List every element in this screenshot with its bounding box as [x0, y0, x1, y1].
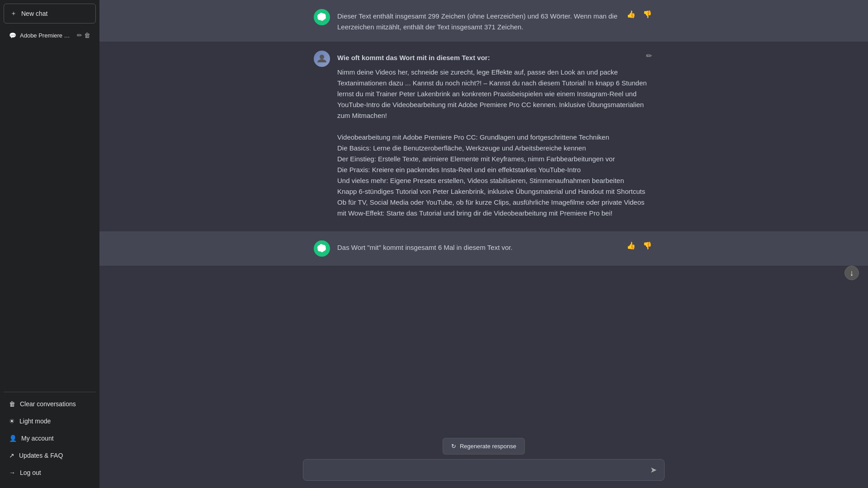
chat-bottom: ↻ Regenerate response ➤	[99, 432, 868, 488]
gpt-avatar-2	[314, 240, 330, 257]
sidebar: ＋ New chat 💬 Adobe Premiere Video... ✏ 🗑…	[0, 0, 99, 488]
user-avatar	[314, 51, 330, 67]
regenerate-icon: ↻	[451, 443, 456, 450]
user-icon: 👤	[9, 435, 17, 442]
send-button[interactable]: ➤	[649, 464, 658, 476]
lightmode-label: Light mode	[19, 418, 51, 425]
sidebar-item-clear[interactable]: 🗑 Clear conversations	[4, 396, 96, 412]
edit-message-button[interactable]: ✏	[644, 51, 654, 61]
new-chat-label: New chat	[21, 10, 47, 17]
chat-input[interactable]	[310, 465, 645, 475]
sidebar-divider	[4, 392, 96, 392]
thumbs-down-button-2[interactable]: 👎	[641, 240, 654, 251]
conversation-label: Adobe Premiere Video...	[20, 32, 73, 39]
thumbs-up-button-1[interactable]: 👍	[625, 9, 637, 19]
sidebar-item-lightmode[interactable]: ☀ Light mode	[4, 413, 96, 429]
scroll-down-button[interactable]: ↓	[844, 266, 859, 280]
sidebar-item-updates[interactable]: ↗ Updates & FAQ	[4, 447, 96, 464]
new-chat-button[interactable]: ＋ New chat	[4, 4, 96, 23]
regenerate-label: Regenerate response	[460, 443, 516, 450]
regenerate-button[interactable]: ↻ Regenerate response	[443, 438, 525, 455]
sun-icon: ☀	[9, 418, 15, 425]
logout-label: Log out	[20, 469, 41, 476]
sidebar-item-myaccount[interactable]: 👤 My account	[4, 430, 96, 446]
delete-icon[interactable]: 🗑	[84, 32, 90, 39]
myaccount-label: My account	[21, 435, 54, 442]
assistant-message-2: Das Wort "mit" kommt insgesamt 6 Mal in …	[99, 231, 868, 266]
chat-area[interactable]: Dieser Text enthält insgesamt 299 Zeiche…	[99, 0, 868, 432]
logout-icon: →	[9, 469, 15, 476]
main-area: Dieser Text enthält insgesamt 299 Zeiche…	[99, 0, 868, 488]
external-link-icon: ↗	[9, 452, 14, 459]
thumbs-down-button-1[interactable]: 👎	[641, 9, 654, 19]
gpt-avatar-1	[314, 9, 330, 25]
sidebar-item-logout[interactable]: → Log out	[4, 465, 96, 481]
trash-icon: 🗑	[9, 400, 15, 408]
clear-label: Clear conversations	[20, 400, 76, 408]
user-message-text-1: Wie oft kommt das Wort mit in diesem Tex…	[337, 51, 654, 222]
assistant-message-text-1: Dieser Text enthält insgesamt 299 Zeiche…	[337, 9, 654, 33]
thumbs-up-button-2[interactable]: 👍	[625, 240, 637, 251]
conversation-item[interactable]: 💬 Adobe Premiere Video... ✏ 🗑	[4, 27, 96, 43]
updates-label: Updates & FAQ	[19, 452, 63, 459]
user-message-body: Nimm deine Videos her, schneide sie zure…	[337, 67, 654, 219]
chat-icon: 💬	[9, 32, 16, 39]
user-message-1: Wie oft kommt das Wort mit in diesem Tex…	[99, 42, 868, 231]
svg-point-0	[320, 55, 324, 59]
edit-icon[interactable]: ✏	[77, 32, 82, 39]
plus-icon: ＋	[10, 9, 17, 18]
input-area: ➤	[303, 459, 665, 481]
assistant-message-text-2: Das Wort "mit" kommt insgesamt 6 Mal in …	[337, 240, 654, 257]
assistant-message-1: Dieser Text enthält insgesamt 299 Zeiche…	[99, 0, 868, 42]
